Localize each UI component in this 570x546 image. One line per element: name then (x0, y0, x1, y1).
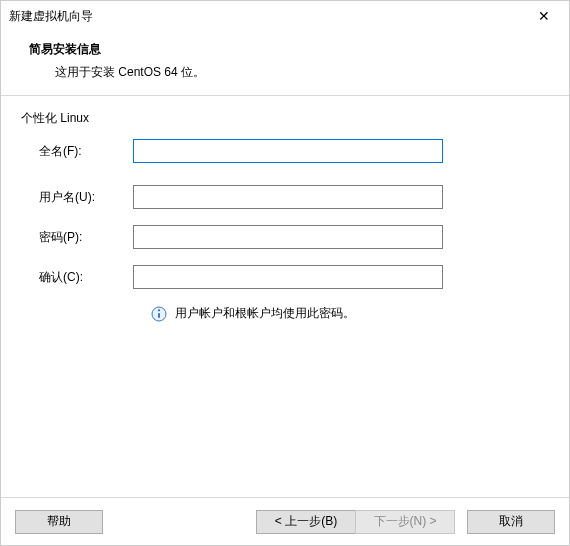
window-title: 新建虚拟机向导 (9, 8, 523, 25)
label-username: 用户名(U): (21, 189, 133, 206)
info-row: 用户帐户和根帐户均使用此密码。 (151, 305, 549, 322)
input-password[interactable] (133, 225, 443, 249)
label-fullname: 全名(F): (21, 143, 133, 160)
input-confirm[interactable] (133, 265, 443, 289)
label-password: 密码(P): (21, 229, 133, 246)
cancel-button[interactable]: 取消 (467, 510, 555, 534)
label-confirm: 确认(C): (21, 269, 133, 286)
wizard-window: 新建虚拟机向导 ✕ 简易安装信息 这用于安装 CentOS 64 位。 个性化 … (0, 0, 570, 546)
row-username: 用户名(U): (21, 185, 549, 209)
close-icon: ✕ (538, 9, 550, 23)
row-confirm: 确认(C): (21, 265, 549, 289)
next-button: 下一步(N) > (355, 510, 455, 534)
info-icon (151, 306, 167, 322)
info-text: 用户帐户和根帐户均使用此密码。 (175, 305, 355, 322)
back-button[interactable]: < 上一步(B) (256, 510, 356, 534)
help-button[interactable]: 帮助 (15, 510, 103, 534)
row-password: 密码(P): (21, 225, 549, 249)
wizard-header: 简易安装信息 这用于安装 CentOS 64 位。 (1, 31, 569, 95)
input-username[interactable] (133, 185, 443, 209)
close-button[interactable]: ✕ (523, 2, 565, 30)
wizard-header-subtitle: 这用于安装 CentOS 64 位。 (55, 64, 551, 81)
input-fullname[interactable] (133, 139, 443, 163)
svg-point-2 (158, 309, 160, 311)
wizard-content: 个性化 Linux 全名(F): 用户名(U): 密码(P): 确认(C): 用… (1, 96, 569, 497)
titlebar: 新建虚拟机向导 ✕ (1, 1, 569, 31)
wizard-footer: 帮助 < 上一步(B) 下一步(N) > 取消 (1, 497, 569, 545)
wizard-header-title: 简易安装信息 (29, 41, 551, 58)
section-title: 个性化 Linux (21, 110, 549, 127)
svg-rect-1 (158, 313, 160, 318)
row-fullname: 全名(F): (21, 139, 549, 163)
